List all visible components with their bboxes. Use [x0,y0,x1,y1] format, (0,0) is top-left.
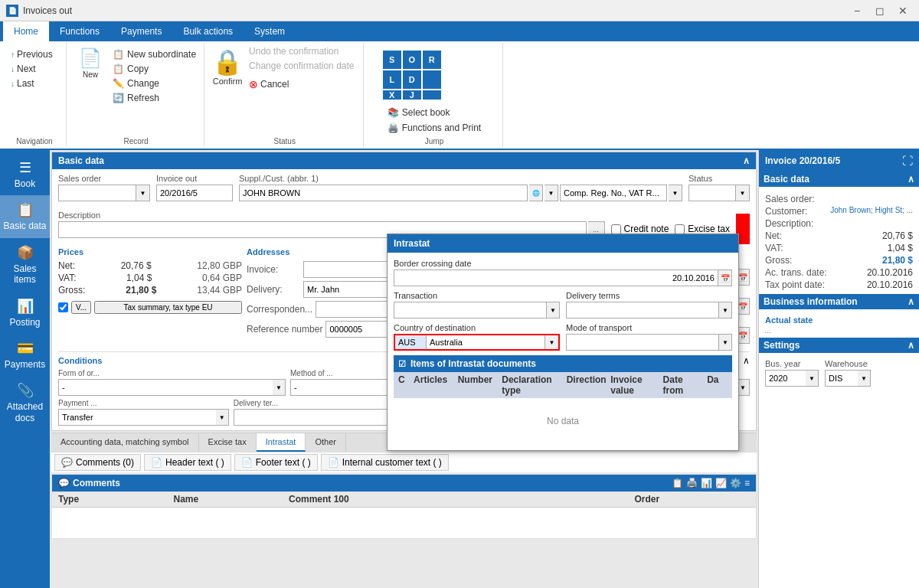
sidebar-item-attached-docs[interactable]: 📎 Attached docs [0,376,50,430]
previous-button[interactable]: ↑Previous [8,47,61,61]
sidebar-item-posting[interactable]: 📊 Posting [0,292,50,334]
rp-ac-trans-date-row: Ac. trans. date: 20.10.2016 [765,266,913,279]
basic-data-collapse-arrow[interactable]: ∧ [743,155,750,166]
comments-print-btn[interactable]: 🖨️ [686,478,698,488]
gross-price-row: Gross: 21,80 $ 13,44 GBP [58,284,242,296]
payment-arrow[interactable]: ▼ [216,410,228,425]
tab-payments[interactable]: Payments [110,21,172,41]
invoice-out-input[interactable] [156,185,233,201]
transaction-arrow[interactable]: ▼ [546,302,560,318]
window-controls: − ◻ ✕ [847,3,913,18]
mode-of-transport-input[interactable] [566,334,718,351]
jump-empty1-button[interactable] [423,70,441,89]
sidebar-item-payments[interactable]: 💳 Payments [0,334,50,376]
tab-other[interactable]: Other [306,433,346,452]
undo-confirmation-button[interactable]: Undo the confirmation [246,44,357,58]
warehouse-arrow[interactable]: ▼ [858,371,870,386]
sidebar-item-sales-items[interactable]: 📦 Sales items [0,238,50,292]
maximize-button[interactable]: ◻ [870,3,890,18]
functions-print-button[interactable]: 🖨️Functions and Print [383,121,486,135]
right-panel-basic-data-collapse[interactable]: ∧ [908,174,914,185]
country-arrow[interactable]: ▼ [545,335,558,349]
country-code-input[interactable] [395,335,426,349]
sales-order-arrow[interactable]: ▼ [136,185,150,201]
form-of-order-input[interactable] [59,380,273,395]
status-arrow[interactable]: ▼ [736,185,750,201]
change-button[interactable]: ✏️Change [110,77,199,90]
status-input[interactable] [688,185,736,201]
warehouse-input[interactable] [826,371,858,386]
sidebar-item-book[interactable]: ☰ Book [0,153,50,195]
suppl-cust-arrow[interactable]: ▼ [545,185,558,201]
bus-year-arrow[interactable]: ▼ [806,371,818,386]
credit-note-checkbox[interactable] [611,224,621,234]
comments-more-btn[interactable]: ≡ [744,478,750,488]
cancel-button[interactable]: ⊗ Cancel [246,77,357,92]
sidebar-item-basic-data[interactable]: 📋 Basic data [0,195,50,237]
tab-system[interactable]: System [244,21,296,41]
vat-checkbox[interactable] [58,302,68,312]
comments-copy-btn[interactable]: 📋 [672,478,683,488]
country-name-input[interactable] [426,335,545,349]
right-panel-business-info-collapse[interactable]: ∧ [908,296,914,307]
rp-gross-row: Gross: 21,80 $ [765,254,913,266]
bus-year-input[interactable] [766,371,806,386]
tab-home[interactable]: Home [3,21,49,41]
comments-chart-btn[interactable]: 📊 [701,478,712,488]
mode-of-transport-arrow[interactable]: ▼ [718,334,732,351]
conditions-collapse[interactable]: ∧ [743,355,750,366]
tab-accounting-data[interactable]: Accounting data, matching symbol [51,433,199,452]
comments-bar-btn[interactable]: 📈 [715,478,727,488]
last-button[interactable]: ↓Last [8,77,61,90]
payment-input[interactable] [59,410,216,425]
delivery-ter-input[interactable] [234,410,391,425]
jump-j-button[interactable]: J [403,90,421,100]
text-tab-header[interactable]: 📄 Header text ( ) [144,454,231,471]
select-book-button[interactable]: 📚Select book [383,106,486,119]
comp-reg-arrow[interactable]: ▼ [669,185,682,201]
next-button[interactable]: ↓Next [8,62,61,76]
change-confirmation-date-button[interactable]: Change confirmation date [246,59,357,73]
jump-x-button[interactable]: X [383,90,401,100]
tab-intrastat[interactable]: Intrastat [257,433,306,452]
suppl-cust-input[interactable] [239,185,528,201]
comp-reg-input[interactable] [560,185,667,201]
tab-functions[interactable]: Functions [49,21,110,41]
border-crossing-date-input[interactable] [394,270,718,286]
minimize-button[interactable]: − [847,3,867,18]
copy-button[interactable]: 📋Copy [110,62,199,76]
border-crossing-date-cal[interactable]: 📅 [718,270,731,286]
tax-summary-btn[interactable]: Tax summary, tax type EU [94,301,242,314]
jump-s-button[interactable]: S [383,51,401,69]
tab-excise-tax[interactable]: Excise tax [199,433,257,452]
conditions-title: Conditions [58,356,102,365]
new-button[interactable]: 📄 New [73,44,108,83]
delivery-terms-arrow[interactable]: ▼ [718,302,732,318]
text-tab-internal[interactable]: 📄 Internal customer text ( ) [321,454,449,471]
new-subordinate-button[interactable]: 📋New subordinate [110,47,199,61]
right-panel-settings-collapse[interactable]: ∧ [908,340,914,351]
jump-o-button[interactable]: O [403,51,421,69]
text-tab-comments[interactable]: 💬 Comments (0) [54,454,141,471]
sales-order-input[interactable] [58,185,136,201]
vat-btn[interactable]: V... [71,301,91,314]
refresh-button[interactable]: 🔄Refresh [110,91,199,105]
jump-r-button[interactable]: R [423,51,441,69]
jump-empty2-button[interactable] [423,90,441,100]
right-panel-expand-btn[interactable]: ⛶ [902,155,913,167]
close-button[interactable]: ✕ [893,3,913,18]
text-tab-footer[interactable]: 📄 Footer text ( ) [234,454,318,471]
form-of-order-arrow[interactable]: ▼ [273,380,285,395]
country-mode-row: Country of destination ▼ Mode of transpo… [394,323,732,351]
transaction-input[interactable] [394,302,546,318]
comments-settings-btn[interactable]: ⚙️ [730,478,741,488]
intrastat-panel: Intrastat Border crossing date 📅 Transac… [387,234,739,451]
tab-bulk-actions[interactable]: Bulk actions [172,21,244,41]
excise-tax-checkbox[interactable] [675,224,685,234]
invoice-title: Invoice 20/2016/5 [765,155,840,166]
title-bar: 📄 Invoices out − ◻ ✕ [0,0,919,21]
jump-l-button[interactable]: L [383,70,401,89]
jump-d-button[interactable]: D [403,70,421,89]
suppl-cust-globe-icon[interactable]: 🌐 [529,185,543,201]
delivery-terms-input[interactable] [566,302,718,318]
